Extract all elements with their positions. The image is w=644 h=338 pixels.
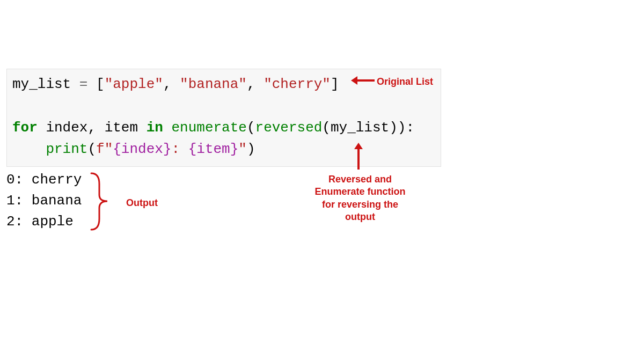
call-arg: (my_list)): — [322, 120, 414, 136]
string-apple: "apple" — [105, 76, 163, 92]
paren-open: ( — [247, 120, 255, 136]
space — [163, 120, 172, 136]
code-blank-line — [12, 95, 435, 116]
bracket-open: [ — [96, 76, 105, 92]
annotation-original-list: Original List — [377, 76, 433, 88]
string-cherry: "cherry" — [264, 76, 331, 92]
paren-open: ( — [87, 141, 96, 157]
annotation-output: Output — [126, 197, 158, 209]
var-name: my_list — [12, 76, 79, 92]
reversed-fn: reversed — [255, 120, 323, 136]
output-block: 0: cherry 1: banana 2: apple — [6, 170, 82, 232]
fstring-prefix: f" — [96, 141, 113, 157]
equals-op: = — [79, 76, 96, 92]
comma: , — [163, 76, 180, 92]
code-line-3: for index, item in enumerate(reversed(my… — [12, 117, 435, 138]
arrow-up-icon — [354, 143, 363, 170]
print-fn: print — [46, 141, 87, 157]
output-line-2: 2: apple — [6, 211, 82, 232]
comma: , — [247, 76, 264, 92]
for-keyword: for — [12, 120, 38, 136]
arrow-left-icon — [351, 76, 375, 85]
colon-text: : — [171, 141, 188, 157]
brace-icon — [89, 171, 115, 232]
enumerate-fn: enumerate — [171, 120, 246, 136]
code-block: my_list = ["apple", "banana", "cherry"] … — [6, 69, 441, 167]
in-keyword: in — [147, 120, 163, 136]
fstring-end: " — [238, 141, 247, 157]
code-line-4: print(f"{index}: {item}") — [12, 138, 435, 160]
bracket-close: ] — [331, 76, 339, 92]
annotation-reversed: Reversed and Enumerate function for reve… — [309, 173, 411, 224]
interp-item: {item} — [188, 141, 239, 157]
interp-index: {index} — [113, 141, 171, 157]
paren-close: ) — [247, 141, 255, 157]
loop-vars: index, item — [38, 120, 147, 136]
output-line-0: 0: cherry — [6, 170, 82, 190]
output-line-1: 1: banana — [6, 190, 82, 211]
string-banana: "banana" — [180, 76, 247, 92]
